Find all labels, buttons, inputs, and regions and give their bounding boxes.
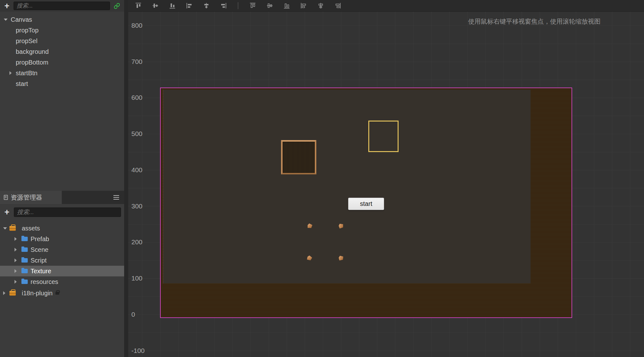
ruler-label: 400 — [131, 166, 142, 174]
hierarchy-item-label: propTop — [16, 27, 38, 34]
hierarchy-toolbar: + — [0, 0, 124, 12]
ruler-label: 200 — [131, 238, 142, 246]
menu-icon[interactable] — [113, 197, 119, 198]
hierarchy-item-label: start — [16, 80, 28, 88]
hierarchy-item-label: Canvas — [11, 16, 32, 23]
collapse-arrow-icon[interactable] — [4, 19, 8, 21]
lock-icon — [55, 292, 59, 295]
editor-window: + Canvas propTop propSel — [0, 0, 644, 357]
align-bottom-icon[interactable] — [169, 2, 176, 9]
scene-start-button[interactable]: start — [348, 198, 384, 210]
align-horizontal-center-icon[interactable] — [203, 2, 210, 9]
ruler-label: 500 — [131, 130, 142, 138]
assets-item-label: Script — [31, 257, 47, 264]
align-top-icon[interactable] — [135, 2, 142, 9]
expand-arrow-slot — [3, 291, 9, 295]
assets-item-prefab[interactable]: Prefab — [0, 234, 124, 244]
align-left-icon[interactable] — [186, 2, 193, 9]
expand-arrow-slot — [14, 237, 21, 241]
assets-item-label: Prefab — [31, 235, 49, 243]
scene-area: 使用鼠标右键平移视窗焦点，使用滚轮缩放视图 800 700 600 500 40… — [128, 0, 644, 357]
link-icon[interactable] — [113, 2, 121, 10]
distribute-vertical-center-icon[interactable] — [266, 2, 273, 9]
hierarchy-item-label: background — [16, 48, 49, 55]
expand-arrow-icon[interactable] — [14, 258, 17, 262]
assets-toolbar: + — [0, 204, 124, 220]
assets-search-input[interactable] — [14, 207, 121, 217]
assets-item-label: assets — [22, 225, 40, 232]
assets-item-label: i18n-plugin — [22, 290, 53, 297]
hierarchy-item-canvas[interactable]: Canvas — [0, 14, 124, 25]
scene-hint-text: 使用鼠标右键平移视窗焦点，使用滚轮缩放视图 — [468, 17, 601, 26]
hierarchy-item-background[interactable]: background — [0, 46, 124, 57]
panel-divider[interactable] — [124, 0, 128, 357]
toolbar-separator — [238, 2, 238, 9]
add-node-button[interactable]: + — [3, 1, 11, 11]
hierarchy-item-propbottom[interactable]: propBottom — [0, 57, 124, 68]
background-sprite[interactable] — [163, 90, 531, 283]
distribute-horizontal-center-icon[interactable] — [317, 2, 325, 9]
hierarchy-item-proptop[interactable]: propTop — [0, 25, 124, 36]
assets-tree: assets Prefab Scene Script — [0, 220, 124, 298]
assets-item-scene[interactable]: Scene — [0, 244, 124, 255]
document-icon — [4, 195, 8, 200]
assets-item-label: resources — [31, 278, 58, 286]
collapse-arrow-icon[interactable] — [3, 227, 7, 230]
assets-item-root[interactable]: assets — [0, 223, 124, 234]
expand-arrow-slot — [14, 248, 21, 252]
assets-item-texture[interactable]: Texture — [0, 266, 124, 276]
hierarchy-item-label: propSel — [16, 37, 37, 45]
distribute-bottom-icon[interactable] — [283, 2, 290, 9]
assets-item-label: Texture — [31, 268, 51, 275]
scene-view[interactable]: 使用鼠标右键平移视窗焦点，使用滚轮缩放视图 800 700 600 500 40… — [128, 12, 644, 357]
ruler-label: 0 — [131, 310, 135, 319]
assets-panel: 资源管理器 + assets Prefab — [0, 191, 124, 357]
folder-icon — [21, 280, 28, 284]
ruler-label: 700 — [131, 58, 142, 66]
expand-arrow-slot — [3, 227, 9, 230]
expand-arrow-icon[interactable] — [14, 237, 17, 241]
distribute-right-icon[interactable] — [334, 2, 342, 9]
assets-db-icon — [9, 226, 16, 231]
hierarchy-tree: Canvas propTop propSel background propBo… — [0, 12, 124, 89]
canvas-node-bounds[interactable]: start — [160, 88, 572, 318]
distribute-left-icon[interactable] — [300, 2, 308, 9]
distribute-top-icon[interactable] — [249, 2, 256, 9]
hierarchy-item-startbtn[interactable]: startBtn — [0, 68, 124, 78]
folder-icon — [21, 258, 28, 263]
folder-icon — [21, 269, 28, 273]
expand-arrow-icon[interactable] — [3, 291, 5, 295]
plugin-icon — [9, 291, 16, 296]
tab-assets[interactable]: 资源管理器 — [0, 191, 62, 204]
align-right-icon[interactable] — [220, 2, 227, 9]
expand-arrow-slot — [14, 280, 21, 284]
hierarchy-item-start[interactable]: start — [0, 78, 124, 89]
hierarchy-item-propsel[interactable]: propSel — [0, 36, 124, 46]
assets-item-resources[interactable]: resources — [0, 276, 124, 287]
assets-item-i18n-plugin[interactable]: i18n-plugin — [0, 288, 124, 298]
assets-item-script[interactable]: Script — [0, 255, 124, 266]
ruler-label: 600 — [131, 94, 142, 102]
expand-arrow-icon[interactable] — [14, 248, 17, 252]
expand-arrow-icon[interactable] — [14, 269, 17, 273]
folder-icon — [21, 247, 28, 252]
folder-icon — [21, 237, 28, 241]
expand-arrow-slot — [14, 269, 21, 273]
hierarchy-item-label: startBtn — [16, 70, 37, 77]
ruler-label: 800 — [131, 21, 142, 30]
hierarchy-item-label: propBottom — [16, 59, 48, 66]
assets-item-label: Scene — [31, 246, 49, 253]
ruler-label: 300 — [131, 202, 142, 210]
expand-arrow-icon[interactable] — [14, 280, 17, 284]
add-asset-button[interactable]: + — [3, 207, 11, 217]
prop-box-sprite[interactable] — [281, 140, 316, 174]
expand-arrow-slot — [9, 71, 15, 75]
alignment-toolbar — [128, 0, 644, 12]
scene-start-button-label: start — [360, 200, 372, 207]
expand-arrow-icon[interactable] — [9, 71, 12, 75]
align-vertical-center-icon[interactable] — [152, 2, 159, 9]
selection-outline-box[interactable] — [368, 121, 399, 152]
ruler-label: 100 — [131, 274, 142, 282]
ruler-label: -100 — [131, 347, 145, 355]
hierarchy-search-input[interactable] — [14, 2, 110, 10]
